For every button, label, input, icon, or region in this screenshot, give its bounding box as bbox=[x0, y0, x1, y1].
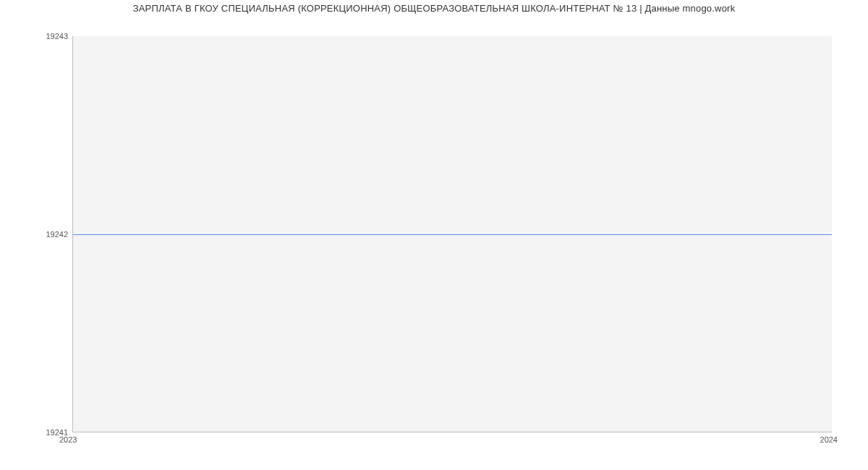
x-tick-label: 2024 bbox=[820, 435, 838, 444]
chart-title: ЗАРПЛАТА В ГКОУ СПЕЦИАЛЬНАЯ (КОРРЕКЦИОНН… bbox=[0, 3, 868, 14]
x-tick-label: 2023 bbox=[59, 435, 77, 444]
y-tick-label: 19243 bbox=[25, 32, 68, 40]
salary-chart: ЗАРПЛАТА В ГКОУ СПЕЦИАЛЬНАЯ (КОРРЕКЦИОНН… bbox=[0, 0, 868, 470]
plot-area bbox=[72, 36, 832, 432]
series-line bbox=[73, 234, 832, 235]
y-tick-label: 19242 bbox=[25, 230, 68, 239]
